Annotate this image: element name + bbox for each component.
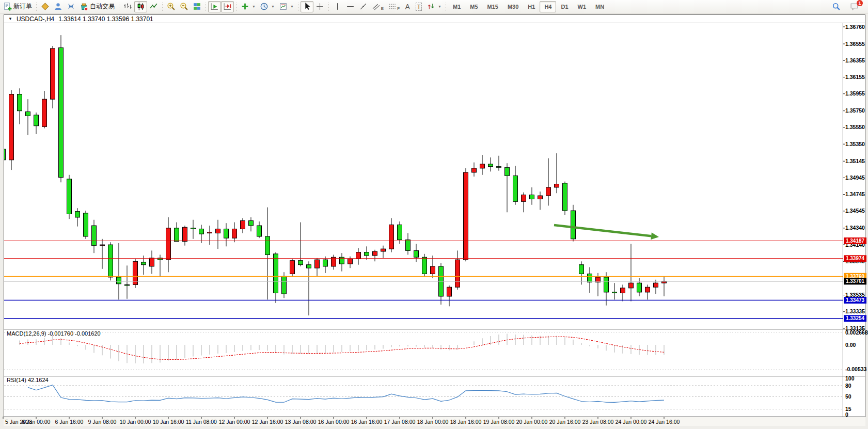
candle-body xyxy=(1,149,6,160)
price-axis-label: 1.34340 xyxy=(845,225,865,231)
date-axis-label: 11 Jan 08:00 xyxy=(186,419,217,425)
candle-body xyxy=(340,257,344,264)
candle-body xyxy=(637,283,642,292)
macd-axis-label: 0.002668 xyxy=(845,329,868,336)
date-axis-label: 20 Jan 16:00 xyxy=(549,419,581,425)
trend-arrow-annotation[interactable] xyxy=(554,225,651,236)
price-axis-label: 1.35955 xyxy=(845,90,865,97)
candle-body xyxy=(241,220,245,229)
candle-body xyxy=(356,252,361,259)
price-axis-label: 1.36155 xyxy=(845,74,865,80)
candle-body xyxy=(406,240,411,250)
rsi-axis-label: 50 xyxy=(845,393,851,400)
price-axis-label: 1.36355 xyxy=(845,57,865,63)
rsi-pane xyxy=(4,385,843,409)
price-chart[interactable]: 1.367601.365551.363551.361551.359551.357… xyxy=(0,0,868,429)
price-axis-label: 1.33335 xyxy=(845,308,865,314)
price-level-badge-label: 1.34187 xyxy=(846,238,865,244)
candle-body xyxy=(315,260,320,268)
candle-body xyxy=(34,115,39,126)
candle-body xyxy=(522,195,526,201)
candle-body xyxy=(9,94,14,160)
candle-body xyxy=(51,49,55,99)
candle-body xyxy=(530,195,534,199)
macd-axis-label: 0.00 xyxy=(845,342,856,348)
candle-body xyxy=(588,274,592,282)
price-axis-label: 1.36760 xyxy=(845,24,865,30)
date-axis-label: 18 Jan 16:00 xyxy=(450,419,482,425)
price-level-badge-label: 1.33974 xyxy=(846,256,865,261)
date-axis-label: 9 Jan 08:00 xyxy=(88,419,117,425)
candle-body xyxy=(84,213,88,236)
candle-body xyxy=(125,284,130,285)
candle-body xyxy=(199,229,204,234)
date-axis-label: 10 Jan 16:00 xyxy=(153,419,184,425)
candle-body xyxy=(389,225,394,249)
app-window: 新订单自动交易▼▼▼EFAT▼M1M5M15M30H1H4D1W1MN1 ▼ U… xyxy=(0,0,868,429)
rsi-line xyxy=(28,385,664,403)
trend-arrow-head xyxy=(651,232,659,240)
macd-axis-label: -0.00533 xyxy=(845,366,867,372)
candle-body xyxy=(67,179,72,214)
candle-body xyxy=(42,99,47,126)
candle-body xyxy=(26,112,30,116)
candle-body xyxy=(662,281,667,283)
candle-body xyxy=(538,196,543,199)
date-axis-label: 23 Jan 08:00 xyxy=(582,419,614,425)
candle-body xyxy=(629,283,634,288)
candle-body xyxy=(612,292,617,293)
price-level-badge-label: 1.33254 xyxy=(846,315,865,321)
candle-body xyxy=(183,227,187,241)
candle-body xyxy=(108,245,113,277)
candle-body xyxy=(348,259,353,264)
candle-body xyxy=(191,228,196,229)
price-axis-label: 1.34945 xyxy=(845,174,865,181)
candle-body xyxy=(447,287,452,296)
candle-body xyxy=(373,251,377,256)
candle-body xyxy=(464,172,468,260)
candle-body xyxy=(431,266,435,274)
candle-body xyxy=(274,254,278,293)
date-axis-label: 6 Jan 00:00 xyxy=(22,419,51,425)
rsi-axis-label: 80 xyxy=(845,383,851,389)
candle-body xyxy=(546,187,551,196)
rsi-axis-label: 100 xyxy=(845,375,855,382)
candle-body xyxy=(472,168,477,172)
candle-body xyxy=(298,261,303,265)
candle-body xyxy=(59,47,64,177)
candle-body xyxy=(150,258,154,266)
candle-body xyxy=(257,226,262,236)
candle-body xyxy=(513,176,518,201)
macd-pane xyxy=(4,332,843,370)
date-axis-label: 16 Jan 16:00 xyxy=(351,419,383,425)
price-axis-label: 1.35350 xyxy=(845,141,865,147)
candle-body xyxy=(100,245,105,246)
date-axis-label: 17 Jan 08:00 xyxy=(384,419,416,425)
candle-body xyxy=(282,276,287,294)
candle-body xyxy=(505,167,510,176)
candle-body xyxy=(265,236,270,255)
candle-body xyxy=(422,257,427,274)
candle-body xyxy=(579,265,584,274)
candle-body xyxy=(75,212,80,217)
date-axis-label: 18 Jan 00:00 xyxy=(417,419,449,425)
price-axis-label: 1.35550 xyxy=(845,124,865,130)
date-axis-label: 19 Jan 08:00 xyxy=(483,419,515,425)
candle-body xyxy=(555,184,559,187)
price-axis-label: 1.34545 xyxy=(845,208,865,214)
candle-body xyxy=(224,229,229,238)
candle-body xyxy=(232,229,237,238)
date-axis-label: 10 Jan 00:00 xyxy=(120,419,151,425)
candle-body xyxy=(621,288,625,293)
price-axis-label: 1.35750 xyxy=(845,107,865,114)
candle-body xyxy=(290,261,295,274)
candle-body xyxy=(571,211,576,239)
candle-body xyxy=(497,167,501,168)
candle-body xyxy=(18,94,22,110)
date-axis-label: 12 Jan 16:00 xyxy=(252,419,283,425)
macd-indicator-label: MACD(12,26,9) -0.001760 -0.001620 xyxy=(7,330,101,337)
date-axis-label: 24 Jan 16:00 xyxy=(649,419,680,425)
rsi-axis-label: 0 xyxy=(845,411,848,418)
date-axis-label: 24 Jan 00:00 xyxy=(616,419,647,425)
candle-body xyxy=(141,262,146,265)
